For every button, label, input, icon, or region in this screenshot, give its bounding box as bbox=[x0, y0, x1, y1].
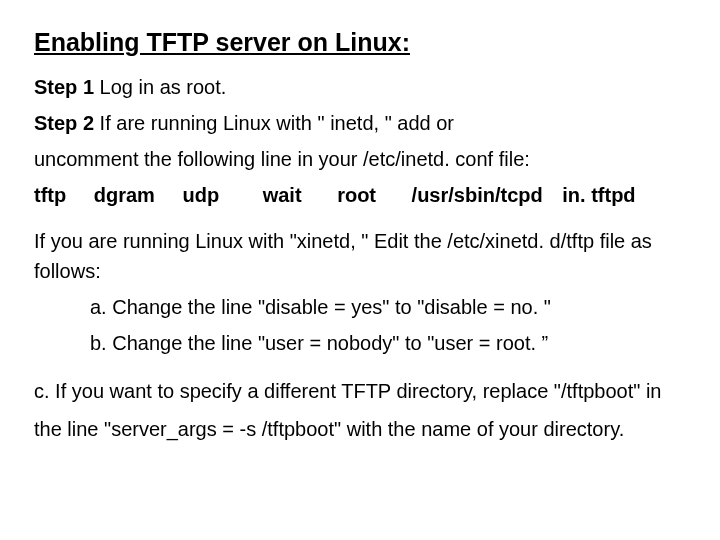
cfg-dgram: dgram bbox=[94, 180, 155, 210]
xinetd-intro: If you are running Linux with "xinetd, "… bbox=[34, 226, 686, 286]
step-1-label: Step 1 bbox=[34, 76, 94, 98]
page-title: Enabling TFTP server on Linux: bbox=[34, 24, 686, 62]
cfg-root: root bbox=[337, 180, 376, 210]
item-a: a. Change the line "disable = yes" to "d… bbox=[34, 292, 686, 322]
cfg-path: /usr/sbin/tcpd bbox=[412, 180, 543, 210]
cfg-udp: udp bbox=[182, 180, 219, 210]
step-2-label: Step 2 bbox=[34, 112, 94, 134]
cfg-daemon: in. tftpd bbox=[562, 180, 635, 210]
item-b: b. Change the line "user = nobody" to "u… bbox=[34, 328, 686, 358]
step-1-text: Log in as root. bbox=[94, 76, 226, 98]
document-page: Enabling TFTP server on Linux: Step 1 Lo… bbox=[0, 0, 720, 448]
cfg-wait: wait bbox=[263, 180, 302, 210]
config-line: tftp dgram udp wait root /usr/sbin/tcpd … bbox=[34, 180, 686, 210]
item-c: c. If you want to specify a different TF… bbox=[34, 372, 686, 448]
step-2: Step 2 If are running Linux with " inetd… bbox=[34, 108, 686, 138]
cfg-tftp: tftp bbox=[34, 180, 66, 210]
step-2-text: If are running Linux with " inetd, " add… bbox=[94, 112, 454, 134]
step-1: Step 1 Log in as root. bbox=[34, 72, 686, 102]
uncomment-line: uncomment the following line in your /et… bbox=[34, 144, 686, 174]
